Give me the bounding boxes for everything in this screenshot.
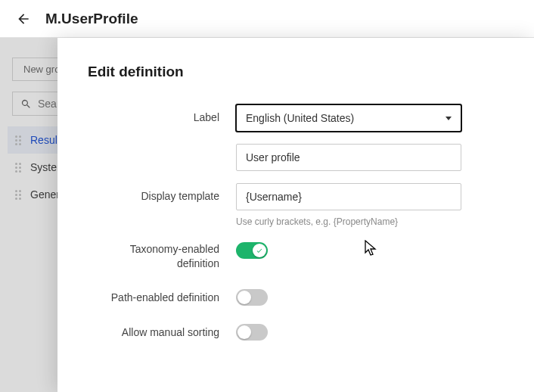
drag-handle-icon xyxy=(15,190,21,200)
display-template-label: Display template xyxy=(88,183,236,202)
label-field-label: Label xyxy=(88,104,236,123)
language-select[interactable]: English (United States) xyxy=(236,104,461,132)
path-toggle[interactable] xyxy=(236,289,268,306)
chevron-down-icon xyxy=(446,117,452,120)
edit-definition-dialog: Edit definition Label English (United St… xyxy=(57,38,534,392)
language-select-value: English (United States) xyxy=(246,112,354,124)
dialog-title: Edit definition xyxy=(88,64,504,80)
manual-sort-toggle-label: Allow manual sorting xyxy=(88,319,236,338)
back-button[interactable] xyxy=(15,11,32,27)
drag-handle-icon xyxy=(15,135,21,145)
display-template-input[interactable] xyxy=(236,183,461,210)
display-template-hint: Use curly brackets, e.g. {PropertyName} xyxy=(236,216,461,227)
label-name-input[interactable] xyxy=(236,144,461,171)
drag-handle-icon xyxy=(15,163,21,173)
check-icon xyxy=(256,247,263,254)
manual-sort-toggle[interactable] xyxy=(236,324,268,341)
arrow-left-icon xyxy=(16,11,31,26)
taxonomy-toggle-label: Taxonomy-enabled definition xyxy=(88,241,236,271)
taxonomy-toggle[interactable] xyxy=(236,242,268,259)
page-title: M.UserProfile xyxy=(45,11,138,27)
path-toggle-label: Path-enabled definition xyxy=(88,285,236,303)
search-icon xyxy=(20,98,32,110)
